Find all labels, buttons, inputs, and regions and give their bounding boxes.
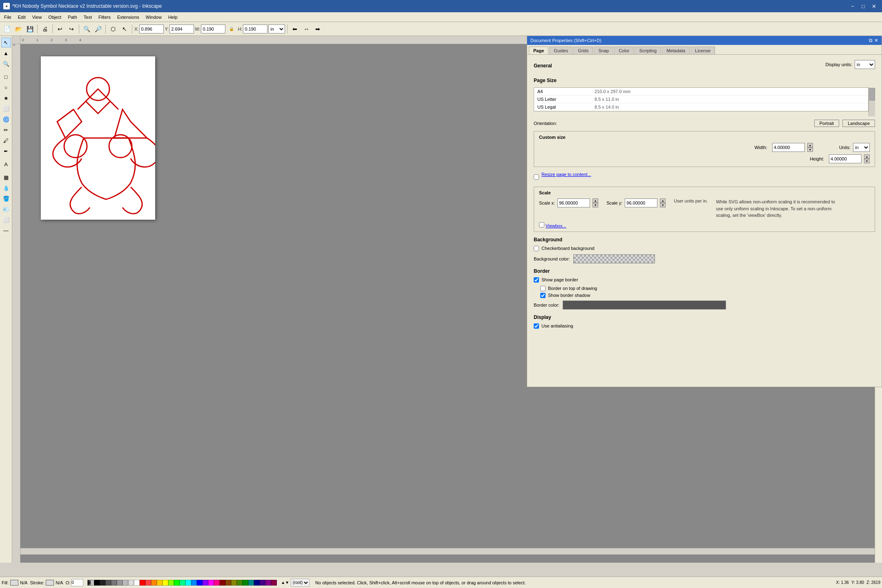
node-tool[interactable]: ▲ [1,48,11,58]
y-input[interactable] [169,24,194,33]
zoom-out-button[interactable]: 🔎 [93,24,103,34]
zoom-tool[interactable]: 🔍 [1,59,11,69]
align-left-button[interactable]: ⬅ [290,24,300,34]
height-up[interactable]: ▲ [864,154,870,159]
palette-cell[interactable] [214,580,220,586]
scale-y-spinner[interactable]: ▲ ▼ [660,198,666,207]
palette-yellow[interactable] [163,580,168,586]
menu-window[interactable]: Window [143,12,165,22]
redo-button[interactable]: ↪ [66,24,77,34]
width-spinner[interactable]: ▲ ▼ [807,143,813,152]
select-button[interactable]: ↖ [119,24,130,34]
doc-props-float-button[interactable]: ⧉ [869,38,873,43]
palette-orange[interactable] [151,580,157,586]
palette-cell[interactable] [100,580,105,586]
page-size-a4[interactable]: A4 210.0 x 297.0 mm [534,88,868,96]
units-select[interactable]: in mm px [853,143,870,152]
palette-cell[interactable] [117,580,122,586]
border-top-checkbox[interactable] [540,286,546,291]
palette-magenta[interactable] [208,580,214,586]
palette-cell[interactable] [225,580,231,586]
tab-guides[interactable]: Guides [549,47,572,54]
stroke-swatch[interactable] [46,580,54,586]
palette-darkblue[interactable] [254,580,260,586]
palette-cell[interactable] [203,580,208,586]
scale-y-down[interactable]: ▼ [660,203,666,207]
print-button[interactable]: 🖨 [40,24,50,34]
palette-cell[interactable] [157,580,163,586]
display-units-select[interactable]: in mm px [855,60,875,69]
menu-path[interactable]: Path [65,12,80,22]
palette-cell[interactable] [237,580,243,586]
x-input[interactable] [139,24,164,33]
bg-color-swatch[interactable] [573,254,655,263]
connector-tool[interactable]: — [1,225,11,235]
ellipse-tool[interactable]: ○ [1,82,11,92]
fill-swatch[interactable] [10,580,18,586]
pen-tool[interactable]: 🖊 [1,136,11,145]
palette-darkgreen[interactable] [243,580,248,586]
palette-red[interactable] [140,580,145,586]
menu-view[interactable]: View [29,12,45,22]
h-scrollbar[interactable] [20,548,875,555]
palette-cell[interactable] [111,580,117,586]
palette-cell[interactable] [271,580,277,586]
undo-button[interactable]: ↩ [55,24,65,34]
menu-text[interactable]: Text [80,12,95,22]
menu-edit[interactable]: Edit [15,12,29,22]
palette-cell[interactable] [260,580,265,586]
minimize-button[interactable]: − [848,2,858,10]
width-down[interactable]: ▼ [807,147,813,152]
page-size-uslegal[interactable]: US Legal 8.5 x 14.0 in [534,103,868,111]
doc-props-close-button[interactable]: ✕ [874,38,878,43]
height-down[interactable]: ▼ [864,159,870,163]
pencil-tool[interactable]: ✏ [1,125,11,135]
palette-none[interactable]: ✕ [87,580,93,586]
tab-color[interactable]: Color [614,47,634,54]
dropper-tool[interactable]: 💧 [1,183,11,193]
spiral-tool[interactable]: 🌀 [1,114,11,124]
height-input[interactable] [829,154,862,163]
tab-scripting[interactable]: Scripting [635,47,661,54]
3d-box-tool[interactable]: ⬜ [1,104,11,114]
width-input[interactable] [772,143,805,152]
palette-cell[interactable] [105,580,111,586]
new-button[interactable]: 📄 [2,24,12,34]
landscape-button[interactable]: Landscape [842,120,875,127]
page-size-usletter[interactable]: US Letter 8.5 x 11.0 in [534,96,868,103]
w-input[interactable] [201,24,225,33]
close-button[interactable]: ✕ [869,2,879,10]
unit-select[interactable]: in mm px [268,24,285,33]
height-spinner[interactable]: ▲ ▼ [864,154,870,163]
canvas-area[interactable]: 0 1 2 3 4 0 [12,36,882,563]
align-right-button[interactable]: ➡ [312,24,323,34]
palette-cell[interactable] [145,580,151,586]
node-button[interactable]: ⬡ [108,24,118,34]
antialias-checkbox[interactable] [534,323,539,329]
palette-black[interactable] [94,580,100,586]
resize-link[interactable]: Resize page to content... [541,172,591,177]
rect-tool[interactable]: □ [1,72,11,82]
scale-y-input[interactable] [625,198,657,207]
gradient-tool[interactable]: ▦ [1,172,11,182]
portrait-button[interactable]: Portrait [814,120,839,127]
palette-cell[interactable] [191,580,197,586]
palette-green[interactable] [174,580,180,586]
palette-cell[interactable] [122,580,128,586]
resize-checkbox[interactable] [534,174,539,180]
palette-cell[interactable] [168,580,174,586]
menu-object[interactable]: Object [45,12,65,22]
page-size-scrollbar[interactable] [869,87,875,116]
menu-file[interactable]: File [1,12,15,22]
border-color-swatch[interactable] [563,301,726,310]
align-center-button[interactable]: ↔ [301,24,312,34]
tab-license[interactable]: License [690,47,715,54]
border-shadow-checkbox[interactable] [540,293,546,298]
palette-cell[interactable] [180,580,185,586]
calligraphy-tool[interactable]: ✒ [1,146,11,156]
opacity-input[interactable] [71,579,83,586]
h-input[interactable] [243,24,267,33]
scale-x-down[interactable]: ▼ [592,203,598,207]
open-button[interactable]: 📂 [13,24,24,34]
palette-cell[interactable] [231,580,237,586]
